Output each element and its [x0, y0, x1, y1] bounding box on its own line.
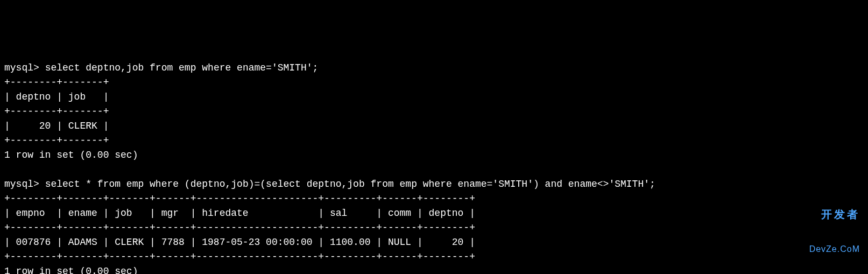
watermark-text-cn: 开发者: [809, 208, 860, 221]
mysql-prompt: mysql>: [4, 62, 45, 73]
table1-row: | 20 | CLERK |: [4, 121, 109, 131]
result2-status: 1 row in set (0.00 sec): [4, 266, 138, 274]
table2-row: | 007876 | ADAMS | CLERK | 7788 | 1987-0…: [4, 237, 475, 248]
sql-query-1: select deptno,job from emp where ename='…: [45, 62, 319, 73]
table2-border-mid: +--------+-------+-------+------+-------…: [4, 222, 475, 233]
table1-border-bottom: +--------+-------+: [4, 135, 109, 146]
table2-border-bottom: +--------+-------+-------+------+-------…: [4, 251, 475, 262]
watermark-text-en: DevZe.CoM: [809, 244, 860, 254]
table2-border-top: +--------+-------+-------+------+-------…: [4, 193, 475, 204]
watermark: 开发者 DevZe.CoM: [809, 185, 860, 266]
table1-border-top: +--------+-------+: [4, 77, 109, 88]
table2-header: | empno | ename | job | mgr | hiredate |…: [4, 208, 475, 219]
mysql-prompt: mysql>: [4, 179, 45, 189]
table1-border-mid: +--------+-------+: [4, 106, 109, 117]
terminal-output: mysql> select deptno,job from emp where …: [0, 58, 868, 274]
result1-status: 1 row in set (0.00 sec): [4, 150, 138, 160]
table1-header: | deptno | job |: [4, 92, 109, 102]
sql-query-2: select * from emp where (deptno,job)=(se…: [45, 179, 655, 189]
